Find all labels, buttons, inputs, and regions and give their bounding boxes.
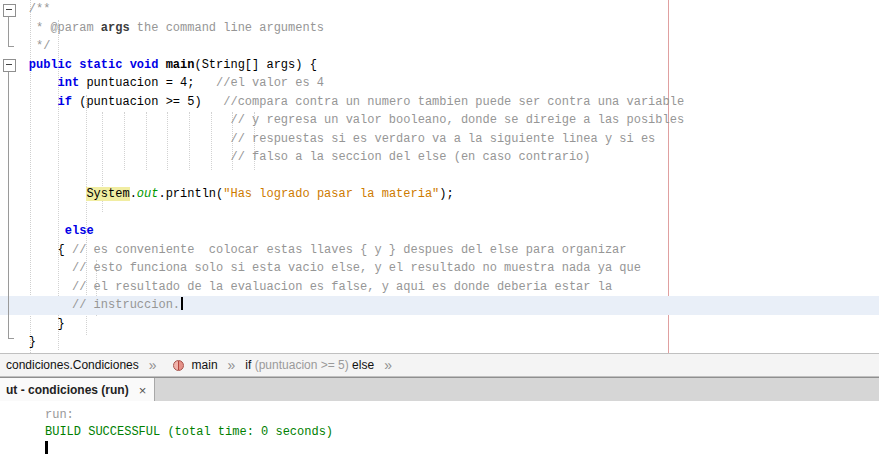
output-panel[interactable]: run:BUILD SUCCESSFUL (total time: 0 seco… — [0, 401, 879, 475]
code-line[interactable]: else — [0, 222, 879, 241]
breadcrumb: condiciones.Condiciones » main » if (pun… — [0, 353, 879, 377]
breadcrumb-block-if: if — [245, 358, 254, 372]
code-line[interactable]: // falso a la seccion del else (en caso … — [0, 148, 879, 167]
code-editor[interactable]: /** * @param args the command line argum… — [0, 0, 879, 353]
output-line: BUILD SUCCESSFUL (total time: 0 seconds) — [45, 424, 879, 441]
code-line[interactable] — [0, 167, 879, 186]
output-caret — [45, 441, 48, 454]
output-tab-label: ut - condiciones (run) — [6, 383, 129, 397]
code-line[interactable]: { // es conveniente colocar estas llaves… — [0, 241, 879, 260]
code-line[interactable]: System.out.println("Has logrado pasar la… — [0, 185, 879, 204]
fold-line-method — [8, 71, 14, 339]
output-lines: run:BUILD SUCCESSFUL (total time: 0 seco… — [45, 407, 879, 441]
chevron-right-icon[interactable]: » — [378, 358, 398, 372]
code-line[interactable]: * @param args the command line arguments — [0, 19, 879, 38]
fold-line-javadoc — [8, 16, 14, 47]
code-line[interactable]: int puntuacion = 4; //el valor es 4 — [0, 74, 879, 93]
output-line: run: — [45, 407, 879, 424]
output-caret-line — [45, 441, 879, 460]
close-icon[interactable]: × — [139, 383, 147, 398]
code-lines: /** * @param args the command line argum… — [0, 0, 879, 352]
fold-marker-javadoc-icon[interactable] — [3, 4, 16, 17]
code-line[interactable]: // esto funciona solo si esta vacio else… — [0, 259, 879, 278]
breadcrumb-block-condition: (puntuacion >= 5) — [255, 358, 349, 372]
code-line[interactable]: } — [0, 315, 879, 334]
breadcrumb-item-block[interactable]: if (puntuacion >= 5) else — [241, 358, 378, 372]
code-line[interactable]: */ — [0, 37, 879, 56]
code-line[interactable]: /** — [0, 0, 879, 19]
method-icon — [173, 360, 184, 371]
output-tab-bar: ut - condiciones (run) × — [0, 377, 879, 402]
breadcrumb-item-class[interactable]: condiciones.Condiciones — [2, 358, 143, 372]
code-line[interactable]: if (puntuacion >= 5) //compara contra un… — [0, 93, 879, 112]
code-line[interactable] — [0, 204, 879, 223]
chevron-right-icon[interactable]: » — [143, 358, 163, 372]
code-line[interactable]: public static void main(String[] args) { — [0, 56, 879, 75]
output-tab[interactable]: ut - condiciones (run) × — [0, 378, 155, 402]
code-line[interactable]: // instruccion. — [0, 296, 879, 315]
code-line[interactable]: // respuestas si es verdaro va a la sigu… — [0, 130, 879, 149]
breadcrumb-item-method[interactable]: main — [188, 358, 222, 372]
code-line[interactable]: } — [0, 333, 879, 352]
code-line[interactable]: // y regresa un valor booleano, donde se… — [0, 111, 879, 130]
text-caret — [181, 297, 183, 310]
netbeans-window: /** * @param args the command line argum… — [0, 0, 879, 475]
breadcrumb-block-else: else — [349, 358, 374, 372]
code-line[interactable]: // el resultado de la evaluacion es fals… — [0, 278, 879, 297]
chevron-right-icon[interactable]: » — [222, 358, 242, 372]
fold-marker-method-icon[interactable] — [3, 59, 16, 72]
